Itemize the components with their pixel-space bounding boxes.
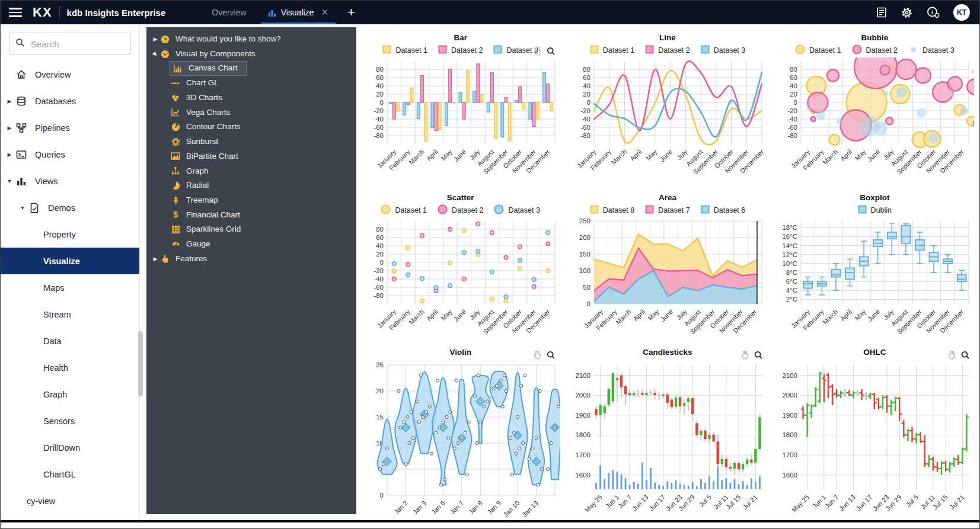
tree-item-what-would-you-like-to-show[interactable]: ▶?What would you like to show? xyxy=(146,32,356,47)
pan-hand-icon[interactable] xyxy=(740,350,749,362)
sidebar-item-property[interactable]: Property xyxy=(1,221,139,248)
pan-hand-icon[interactable] xyxy=(947,350,956,362)
sidebar-item-sensors[interactable]: Sensors xyxy=(1,408,139,434)
legend-item[interactable]: Dataset 2 xyxy=(438,204,484,216)
legend-item[interactable]: Dataset 3 xyxy=(493,45,538,56)
svg-text:March: March xyxy=(610,148,628,166)
sidebar-item-cy-view[interactable]: cy-view xyxy=(1,488,139,514)
legend-item[interactable]: Dataset 3 xyxy=(701,45,746,56)
tree-item-radial[interactable]: Radial xyxy=(146,178,356,193)
tree-item-chart-gl[interactable]: Chart GL xyxy=(146,76,356,91)
info-shield-icon[interactable] xyxy=(926,6,940,19)
legend-item[interactable]: Dataset 1 xyxy=(590,45,635,56)
new-tab-button[interactable]: + xyxy=(347,5,355,20)
sidebar-scrollbar[interactable] xyxy=(138,331,143,396)
legend-label: Dataset 7 xyxy=(658,206,690,214)
sidebar-item-drilldown[interactable]: DrillDown xyxy=(1,434,139,461)
ohlc-chart-canvas[interactable]: 160017001800190020002100May 25Jun 1Jun 7… xyxy=(775,361,974,520)
sidebar-item-graph[interactable]: Graph xyxy=(1,381,139,408)
scatter-chart-canvas[interactable]: -80-60-40-20020406080JanuaryFebruaryMarc… xyxy=(361,217,560,343)
sidebar-item-pipelines[interactable]: ▶Pipelines xyxy=(1,114,139,141)
sidebar-item-demos[interactable]: ▼Demos xyxy=(1,194,139,221)
zoom-magnifier-icon[interactable] xyxy=(754,351,763,362)
legend-item[interactable]: Dataset 6 xyxy=(701,205,746,216)
legend-item[interactable]: Dataset 2 xyxy=(852,44,898,56)
search-input[interactable] xyxy=(30,39,115,50)
sidebar-item-maps[interactable]: Maps xyxy=(1,274,139,301)
tree-item-graph[interactable]: Graph xyxy=(146,163,356,178)
legend-item[interactable]: Dataset 7 xyxy=(645,205,690,216)
tree-item-visual-by-components[interactable]: ▶Visual by Components xyxy=(146,47,356,62)
tree-item-sparklines-grid[interactable]: Sparklines Grid xyxy=(146,222,356,237)
bubble-chart-canvas[interactable]: -80-60-40-20020406080JanuaryFebruaryMarc… xyxy=(775,57,974,183)
legend-item[interactable]: Dataset 2 xyxy=(645,45,690,56)
sidebar-item-overview[interactable]: Overview xyxy=(1,61,139,88)
tree-item-gauge[interactable]: Gauge xyxy=(146,237,356,252)
chevron-right-icon[interactable]: ▶ xyxy=(5,125,14,131)
notes-icon[interactable] xyxy=(876,7,888,18)
legend-item[interactable]: Dataset 1 xyxy=(795,44,841,56)
tree-item-financial-chart[interactable]: $Financial Chart xyxy=(146,207,356,222)
zoom-magnifier-icon[interactable] xyxy=(547,47,556,58)
svg-text:16°C: 16°C xyxy=(783,233,798,240)
sidebar-item-label: DrillDown xyxy=(43,443,80,453)
sidebar-item-databases[interactable]: ▶Databases xyxy=(1,88,139,114)
close-tab-icon[interactable]: ✕ xyxy=(321,7,328,18)
svg-text:1700: 1700 xyxy=(783,451,798,459)
svg-text:20: 20 xyxy=(376,251,384,258)
legend-item[interactable]: Dataset 2 xyxy=(438,45,483,56)
user-avatar[interactable]: KT xyxy=(953,4,970,21)
sidebar-item-label: Visualize xyxy=(43,257,80,266)
tree-item-label: Contour Charts xyxy=(185,121,244,133)
line-chart-canvas[interactable]: -80-60-40-20020406080JanuaryFebruaryMarc… xyxy=(568,57,767,183)
tree-item-canvas-chart[interactable]: Canvas Chart xyxy=(146,61,356,76)
legend-item[interactable]: Dataset 3 xyxy=(494,204,540,216)
tab-visualize[interactable]: Visualize ✕ xyxy=(257,1,339,24)
chevron-right-icon[interactable]: ▶ xyxy=(5,98,14,104)
tree-item-features[interactable]: ▶Features xyxy=(146,251,356,266)
tree-expanded-icon[interactable]: ▶ xyxy=(151,49,161,59)
sidebar-item-health[interactable]: Health xyxy=(1,354,139,381)
sidebar-item-views[interactable]: ▼Views xyxy=(1,168,139,194)
legend-item[interactable]: Dataset 3 xyxy=(908,44,955,56)
tree-item-treemap[interactable]: Treemap xyxy=(146,193,356,208)
tree-item-sunburst[interactable]: Sunburst xyxy=(146,134,356,149)
boxplot-chart-canvas[interactable]: 2°C4°C6°C8°C10°C12°C14°C16°C18°CJanuaryF… xyxy=(775,217,974,343)
tree-collapsed-icon[interactable]: ▶ xyxy=(151,256,159,262)
svg-text:Jan 2: Jan 2 xyxy=(392,499,409,516)
sidebar-item-queries[interactable]: ▶Queries xyxy=(1,141,139,168)
candlesticks-chart-canvas[interactable]: 160017001800190020002100May 25Jun 1Jun 7… xyxy=(568,361,767,520)
legend-item[interactable]: Dataset 1 xyxy=(382,45,427,56)
chevron-right-icon[interactable]: ▶ xyxy=(5,152,14,158)
svg-text:-60: -60 xyxy=(580,124,590,131)
chevron-down-icon[interactable]: ▼ xyxy=(5,178,14,184)
zoom-magnifier-icon[interactable] xyxy=(547,351,556,362)
tree-item-contour-charts[interactable]: Contour Charts xyxy=(146,120,356,134)
bar-chart-canvas[interactable]: -80-60-40-20020406080JanuaryFebruaryMarc… xyxy=(361,57,560,183)
sidebar-item-stream[interactable]: Stream xyxy=(1,301,139,328)
svg-text:10°C: 10°C xyxy=(783,260,798,267)
pan-hand-icon[interactable] xyxy=(533,350,542,362)
gear-icon[interactable] xyxy=(901,7,913,19)
chevron-down-icon[interactable]: ▼ xyxy=(18,205,27,211)
svg-text:Jan 9: Jan 9 xyxy=(486,499,502,516)
svg-text:April: April xyxy=(425,308,439,322)
tree-item-3d-charts[interactable]: 3D Charts xyxy=(146,91,356,105)
sidebar-item-visualize[interactable]: Visualize xyxy=(1,248,139,274)
legend-item[interactable]: Dublin xyxy=(858,205,892,216)
tab-overview[interactable]: Overview xyxy=(201,1,257,24)
zoom-magnifier-icon[interactable] xyxy=(961,351,970,362)
tree-item-bipartite-chart[interactable]: BiPartite Chart xyxy=(146,149,356,164)
area-chart-canvas[interactable]: 050100150200250JanuaryFebruaryMarchApril… xyxy=(568,217,767,343)
violin-chart-canvas[interactable]: 0510152025Jan 2Jan 3Jan 6Jan 7Jan 8Jan 9… xyxy=(361,361,560,520)
sidebar-item-label: Data xyxy=(43,336,62,346)
pan-hand-icon[interactable] xyxy=(533,46,542,58)
tree-collapsed-icon[interactable]: ▶ xyxy=(151,36,159,42)
hamburger-menu-icon[interactable] xyxy=(9,8,22,17)
search-box[interactable] xyxy=(9,33,131,55)
sidebar-item-data[interactable]: Data xyxy=(1,328,139,354)
legend-item[interactable]: Dataset 8 xyxy=(590,205,635,216)
tree-item-vega-charts[interactable]: Vega Charts xyxy=(146,105,356,120)
legend-item[interactable]: Dataset 1 xyxy=(381,204,427,216)
sidebar-item-chartgl[interactable]: ChartGL xyxy=(1,461,139,488)
